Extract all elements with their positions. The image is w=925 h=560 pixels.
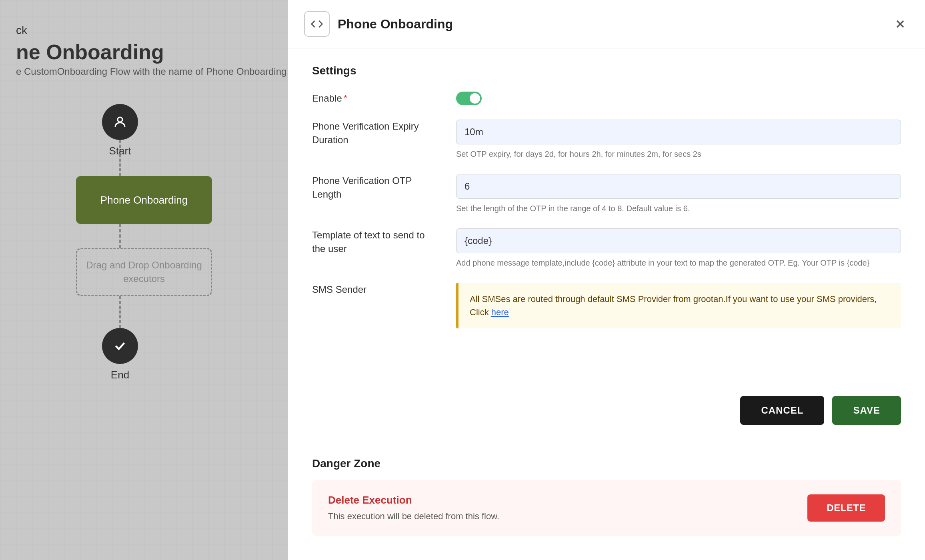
start-label: Start bbox=[109, 145, 131, 157]
danger-zone-title: Danger Zone bbox=[312, 457, 901, 470]
dropzone-node[interactable]: Drag and Drop Onboarding executors bbox=[76, 248, 212, 296]
template-label: Template of text to send to the user bbox=[312, 228, 440, 255]
enable-toggle[interactable] bbox=[456, 92, 901, 105]
template-input[interactable] bbox=[456, 228, 901, 253]
settings-panel: Phone Onboarding Settings Enable* bbox=[288, 0, 925, 560]
danger-card-content: Delete Execution This execution will be … bbox=[328, 494, 499, 522]
otp-length-row: Phone Verification OTP Length Set the le… bbox=[312, 174, 901, 214]
enable-row: Enable* bbox=[312, 92, 901, 105]
divider bbox=[312, 441, 901, 441]
panel-header-icon bbox=[304, 11, 330, 37]
start-node[interactable]: Start bbox=[102, 104, 138, 157]
page-subtitle: e CustomOnboarding Flow with the name of… bbox=[16, 66, 286, 77]
enable-label: Enable* bbox=[312, 92, 440, 105]
end-node[interactable]: End bbox=[102, 328, 138, 381]
flow-canvas: ck ne Onboarding e CustomOnboarding Flow… bbox=[0, 0, 288, 560]
delete-execution-heading: Delete Execution bbox=[328, 494, 499, 506]
expiry-duration-hint: Set OTP expiry, for days 2d, for hours 2… bbox=[456, 148, 901, 160]
connector-onboarding-to-drop bbox=[119, 224, 121, 248]
connector-drop-to-end bbox=[119, 296, 121, 328]
sms-sender-info-text: All SMSes are routed through default SMS… bbox=[470, 294, 877, 317]
delete-execution-desc: This execution will be deleted from this… bbox=[328, 511, 499, 522]
onboarding-node[interactable]: Phone Onboarding bbox=[76, 176, 212, 224]
panel-title: Phone Onboarding bbox=[338, 17, 883, 32]
delete-button[interactable]: DELETE bbox=[807, 494, 885, 522]
danger-card: Delete Execution This execution will be … bbox=[312, 480, 901, 536]
otp-length-label: Phone Verification OTP Length bbox=[312, 174, 440, 201]
template-row: Template of text to send to the user Add… bbox=[312, 228, 901, 268]
panel-header: Phone Onboarding bbox=[288, 0, 925, 48]
end-label: End bbox=[111, 369, 129, 381]
onboarding-rect[interactable]: Phone Onboarding bbox=[76, 176, 212, 224]
action-buttons: CANCEL SAVE bbox=[288, 388, 925, 441]
danger-zone-section: Danger Zone Delete Execution This execut… bbox=[288, 457, 925, 560]
toggle-knob bbox=[470, 93, 480, 104]
page-title: ne Onboarding bbox=[16, 40, 164, 64]
sms-sender-info-box: All SMSes are routed through default SMS… bbox=[456, 283, 901, 328]
otp-length-hint: Set the length of the OTP in the range o… bbox=[456, 203, 901, 214]
start-node-circle bbox=[102, 104, 138, 140]
toggle-switch[interactable] bbox=[456, 92, 482, 105]
expiry-duration-input[interactable] bbox=[456, 120, 901, 144]
sms-sender-link[interactable]: here bbox=[491, 307, 509, 317]
end-node-circle bbox=[102, 328, 138, 364]
svg-point-0 bbox=[118, 117, 122, 122]
close-button[interactable] bbox=[891, 15, 909, 33]
panel-body: Settings Enable* Phone Verification Expi… bbox=[288, 48, 925, 388]
sms-sender-row: SMS Sender All SMSes are routed through … bbox=[312, 283, 901, 328]
back-link[interactable]: ck bbox=[16, 24, 27, 37]
cancel-button[interactable]: CANCEL bbox=[740, 396, 824, 425]
otp-length-input[interactable] bbox=[456, 174, 901, 199]
expiry-duration-row: Phone Verification Expiry Duration Set O… bbox=[312, 120, 901, 160]
dropzone-rect[interactable]: Drag and Drop Onboarding executors bbox=[76, 248, 212, 296]
expiry-duration-label: Phone Verification Expiry Duration bbox=[312, 120, 440, 146]
settings-section-title: Settings bbox=[312, 64, 901, 77]
template-hint: Add phone message template,include {code… bbox=[456, 257, 901, 268]
sms-sender-label: SMS Sender bbox=[312, 283, 440, 296]
save-button[interactable]: SAVE bbox=[832, 396, 901, 425]
